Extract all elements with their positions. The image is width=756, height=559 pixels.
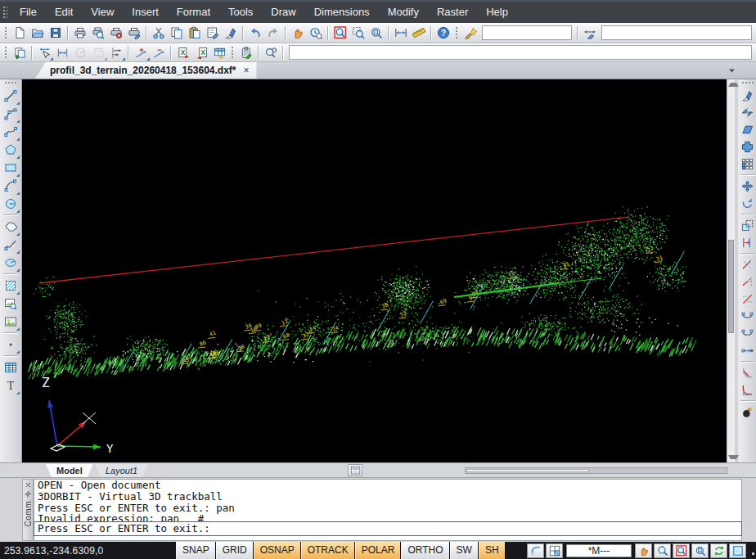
delete-entity-button[interactable] [740,87,756,104]
dimension-baseline-button[interactable] [107,45,125,61]
image-locate-button[interactable] [2,295,20,313]
menu-view[interactable]: View [82,2,123,23]
offset-button[interactable] [740,234,756,251]
mirror-button[interactable] [740,104,756,121]
menu-file[interactable]: File [11,2,46,23]
draw-polygon-button[interactable] [2,141,20,159]
tab-model[interactable]: Model [46,464,93,477]
insert-image-button[interactable] [2,313,20,331]
zoom-window-view-button[interactable] [673,543,690,558]
quick-trim-button[interactable] [740,291,756,308]
menu-insert[interactable]: Insert [123,2,168,23]
toggle-polar[interactable]: POLAR [355,542,402,559]
insert-table-button[interactable] [2,358,20,376]
zoom-window-button[interactable] [349,25,367,42]
close-tab-icon[interactable]: × [243,65,249,75]
snap-style-button[interactable] [527,543,544,558]
menu-raster[interactable]: Raster [428,2,477,23]
isometric-grid-button[interactable] [546,543,563,558]
style-brush-button[interactable] [461,25,479,42]
menu-modify[interactable]: Modify [379,2,428,23]
paste-button[interactable] [186,25,204,42]
edit-entities-button[interactable] [204,25,222,42]
explode-button[interactable] [740,403,756,421]
command-input[interactable]: Press ESC or ENTER to exit.: [34,521,742,536]
add-vertex-button[interactable] [132,45,150,61]
menu-help[interactable]: Help [477,2,517,23]
zoom-in-button[interactable] [331,25,349,42]
open-document-button[interactable] [29,25,47,42]
draw-point-button[interactable] [2,336,20,354]
find-settings-button[interactable] [262,45,280,61]
zoom-extents-button[interactable] [367,25,385,42]
canvas-vertical-scrollbar[interactable] [727,79,736,462]
show-all-button[interactable] [729,543,746,558]
horizontal-scroll-thumb[interactable] [466,469,589,472]
menu-draw[interactable]: Draw [262,2,304,23]
extend-button[interactable] [740,273,756,291]
toggle-sw[interactable]: SW [450,542,479,559]
orbit-3d-button[interactable] [307,25,325,42]
draw-spline-button[interactable] [2,236,20,254]
toggle-grid[interactable]: GRID [216,542,254,559]
print-edit-button[interactable] [125,25,143,42]
tab-layout1[interactable]: Layout1 [95,464,148,477]
draw-arc-button[interactable] [2,177,20,195]
zoom-dynamic-button[interactable] [654,543,671,558]
export-table-button[interactable] [210,45,228,61]
boolean-union-button[interactable] [740,138,756,156]
toggle-sh[interactable]: SH [479,542,506,559]
canvas-horizontal-scrollbar[interactable] [465,467,727,474]
toggle-ortho[interactable]: ORTHO [401,542,449,559]
save-document-button[interactable] [47,25,65,42]
dimension-pick-button[interactable] [35,45,53,61]
draw-hatch-button[interactable] [2,277,20,295]
trim-button[interactable] [740,256,756,273]
style-selector-field[interactable] [482,25,572,40]
draw-rectangle-button[interactable] [2,159,20,177]
pan-view-button[interactable] [635,543,652,558]
print-preview-button[interactable] [89,25,107,42]
command-quick-field-field[interactable] [289,45,752,60]
scroll-up-icon[interactable] [728,83,739,87]
draw-bezier-button[interactable] [2,123,20,141]
toggle-osnap[interactable]: OSNAP [254,542,301,559]
erase-button[interactable] [222,25,240,42]
cut-button[interactable] [150,25,168,42]
chamfer-button[interactable] [740,364,756,381]
draw-ellipse-button[interactable] [2,254,20,272]
view-mode-select[interactable]: *M--- [566,544,632,557]
copy-button[interactable] [168,25,186,42]
array-button[interactable] [740,156,756,173]
redo-button[interactable] [264,25,282,42]
copy-entities-button[interactable] [11,45,29,61]
draw-line-button[interactable] [2,87,20,105]
document-tab[interactable]: profil_3d_terrain_20260418_153604.dxf* × [35,62,257,79]
menu-dimensions[interactable]: Dimensions [305,2,379,23]
break-at-point-button[interactable] [740,325,756,342]
toggle-snap[interactable]: SNAP [176,542,216,559]
skew-button[interactable] [740,121,756,138]
sheet-list-button[interactable] [348,464,362,476]
help-button[interactable]: ? [434,25,452,42]
menu-tools[interactable]: Tools [219,2,262,23]
dimension-radius-button[interactable] [71,45,89,61]
vertical-scroll-thumb[interactable] [728,240,735,333]
drawing-canvas[interactable]: 9741521428326968242643118531107558324413… [22,79,727,462]
join-button[interactable] [740,342,756,359]
draw-circle-button[interactable] [2,195,20,213]
new-document-button[interactable] [11,25,29,42]
measure-ruler-button[interactable] [410,25,428,42]
regenerate-button[interactable] [710,543,727,558]
print-button[interactable] [71,25,89,42]
move-button[interactable] [740,178,756,195]
dimension-area-button[interactable] [89,45,107,61]
dimension-linear-button[interactable] [53,45,71,61]
export-to-excel-button[interactable]: X [174,45,192,61]
draw-text-button[interactable]: T [2,376,20,394]
edit-properties-button[interactable] [237,45,255,61]
tab-list-dropdown-icon[interactable] [725,65,738,76]
measure-style-button[interactable] [581,25,599,42]
rotate-button[interactable] [740,195,756,212]
toggle-otrack[interactable]: OTRACK [301,542,355,559]
